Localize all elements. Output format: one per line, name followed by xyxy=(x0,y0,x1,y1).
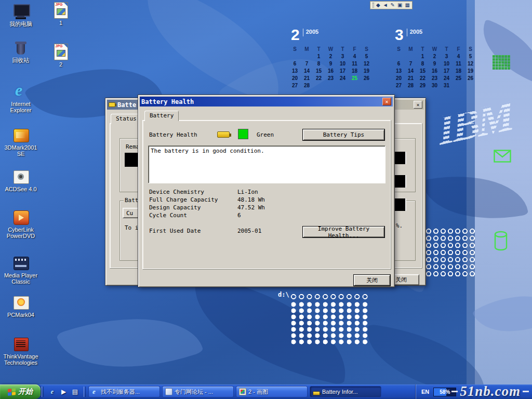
wallpaper-calendar: 2 2005 SMTWTFS12345678910111213141516171… xyxy=(289,26,375,89)
calendar-year: 2005 xyxy=(303,29,318,36)
desktop-file-label: 2 xyxy=(49,61,73,68)
quicklaunch-ie-icon[interactable]: e xyxy=(48,388,57,396)
dialog-titlebar[interactable]: Battery Health ✕ xyxy=(140,97,393,107)
quicklaunch-media-player-icon[interactable]: ▶ xyxy=(59,388,68,396)
battery-tips-button[interactable]: Battery Tips xyxy=(303,129,384,140)
dialog-title: Battery Health xyxy=(141,98,380,105)
desktop-icon-label: 3DMark2001 SE xyxy=(3,144,38,157)
desktop-icon-label: 我的电脑 xyxy=(3,21,38,27)
thinkvantage-icon xyxy=(12,336,30,352)
first-used-value: 2005-01 xyxy=(237,228,261,234)
taskbar-button-ie[interactable]: 找不到服务器... xyxy=(88,386,160,397)
condition-text: The battery is in good condition. xyxy=(151,148,264,154)
floating-toolbar[interactable]: ◆◄✎▣▦ xyxy=(370,1,413,9)
stat-label: Full Charge Capacity xyxy=(149,196,218,203)
battery-stat-row: Full Charge Capacity 48.18 Wh xyxy=(143,196,392,204)
stat-label: Device Chemistry xyxy=(149,189,204,195)
battery-app-icon xyxy=(109,102,115,107)
ie-icon xyxy=(12,83,30,100)
desktop-icon-computer[interactable]: 我的电脑 xyxy=(3,3,38,27)
start-button[interactable]: 开始 xyxy=(0,384,41,399)
powerdvd-icon xyxy=(12,209,30,225)
3dmark-icon xyxy=(12,127,30,143)
stat-label: Design Capacity xyxy=(149,204,201,211)
desktop-icon-thinkvantage[interactable]: ThinkVantage Technologies xyxy=(3,336,38,366)
mpc-icon xyxy=(12,255,30,271)
dot-pattern-row xyxy=(290,293,369,300)
desktop-icon-mpc[interactable]: Media Player Classic xyxy=(3,255,38,285)
desktop-icon-acdsee[interactable]: ACDSee 4.0 xyxy=(3,168,38,192)
forum-icon xyxy=(165,388,172,395)
desktop-file-jpg[interactable]: JPG 2 xyxy=(49,44,73,68)
jpg-file-icon: JPG xyxy=(54,44,68,60)
dot-pattern-solid xyxy=(290,301,369,345)
toolbar-grip-icon[interactable] xyxy=(373,3,374,8)
battery-gauge xyxy=(125,153,139,167)
close-icon[interactable]: ✕ xyxy=(414,101,422,109)
start-label: 开始 xyxy=(18,387,33,396)
taskbar-button-battery[interactable]: Battery Infor... xyxy=(310,386,381,397)
taskbar-grip[interactable] xyxy=(84,387,86,397)
tab-status[interactable]: Status xyxy=(111,114,142,124)
tab-battery[interactable]: Battery xyxy=(144,111,179,121)
desktop-icon-ie[interactable]: Internet Explorer xyxy=(3,83,38,113)
pen-icon[interactable]: ✎ xyxy=(391,2,395,9)
calendar-year: 2005 xyxy=(407,29,422,36)
desktop-file-jpg[interactable]: JPG 1 xyxy=(49,2,73,26)
recycle-icon xyxy=(12,39,30,56)
battery-status-swatch xyxy=(238,129,248,139)
quicklaunch-show-desktop-icon[interactable]: ▤ xyxy=(71,388,79,396)
desktop-icon-3dmark[interactable]: 3DMark2001 SE xyxy=(3,127,38,157)
stat-label: Cycle Count xyxy=(149,212,187,219)
stat-value: 6 xyxy=(237,212,241,219)
condition-textbox[interactable]: The battery is in good condition. xyxy=(148,145,385,183)
battery-stat-row: Device Chemistry Li-Ion xyxy=(143,189,392,196)
desktop-icon-powerdvd[interactable]: CyberLink PowerDVD xyxy=(3,209,38,239)
stat-value: Li-Ion xyxy=(237,189,258,195)
computer-icon xyxy=(12,3,30,20)
keyboard-icon[interactable]: ▦ xyxy=(405,2,409,9)
battery-status-text: Green xyxy=(257,131,274,138)
desktop-icon-label: Internet Explorer xyxy=(3,101,38,113)
desktop-icon-label: PCMark04 xyxy=(3,312,38,318)
desktop-icon-recycle[interactable]: 回收站 xyxy=(3,39,38,63)
taskbar-grip[interactable] xyxy=(42,387,44,397)
acdsee-icon xyxy=(12,168,30,185)
desktop-icon-label: 回收站 xyxy=(3,57,38,63)
calendar-grid: SMTWTFS123456789101112131415161718192021… xyxy=(289,46,375,89)
taskbar-button-paint[interactable]: 2 - 画图 xyxy=(236,386,308,397)
desktop-icon-label: ACDSee 4.0 xyxy=(3,186,38,192)
battery-icon xyxy=(313,391,320,395)
display-icon[interactable]: ▣ xyxy=(397,2,402,9)
desktop-icon-label: Media Player Classic xyxy=(3,272,38,285)
close-icon[interactable]: ✕ xyxy=(382,98,391,105)
percent-label: %. xyxy=(396,222,403,229)
envelope-icon xyxy=(494,150,511,165)
battery-stat-row: Design Capacity 47.52 Wh xyxy=(143,204,392,212)
desktop-file-label: 1 xyxy=(49,20,73,26)
calendar-grid: SMTWTFS123456789101112131415161718192021… xyxy=(393,46,478,89)
volume-icon[interactable]: ◄ xyxy=(383,2,388,9)
grid-icon xyxy=(493,55,510,70)
input-switch-icon[interactable]: ◆ xyxy=(376,2,380,9)
desktop-icon-pcmark[interactable]: PCMark04 xyxy=(3,294,38,318)
battery-health-dialog[interactable]: Battery Health ✕ Battery Battery Health … xyxy=(138,95,395,287)
taskbar-button-forum[interactable]: 专门网论坛 - ... xyxy=(162,386,234,397)
task-label: 专门网论坛 - ... xyxy=(175,388,213,396)
screen: 2 2005 SMTWTFS12345678910111213141516171… xyxy=(0,0,532,399)
wallpaper-calendar: 3 2005 SMTWTFS12345678910111213141516171… xyxy=(393,26,478,89)
to-label: To i xyxy=(125,224,139,231)
ie-icon xyxy=(91,388,99,395)
battery-stat-row: Cycle Count 6 xyxy=(143,212,392,220)
language-indicator[interactable]: EN xyxy=(421,389,429,395)
cylinder-icon xyxy=(494,231,508,254)
paint-icon xyxy=(239,388,246,395)
jpg-file-icon: JPG xyxy=(54,2,68,19)
task-label: Battery Infor... xyxy=(322,389,357,395)
close-button[interactable]: 关闭 xyxy=(354,275,390,286)
battery-stats: Device Chemistry Li-Ion Full Charge Capa… xyxy=(143,189,392,220)
quick-launch: e▶▤ xyxy=(45,384,83,399)
improve-battery-health-button[interactable]: Improve Battery Health... xyxy=(303,227,384,237)
desktop-icon-label: CyberLink PowerDVD xyxy=(3,227,38,239)
desktop-icon-label: ThinkVantage Technologies xyxy=(3,353,38,366)
